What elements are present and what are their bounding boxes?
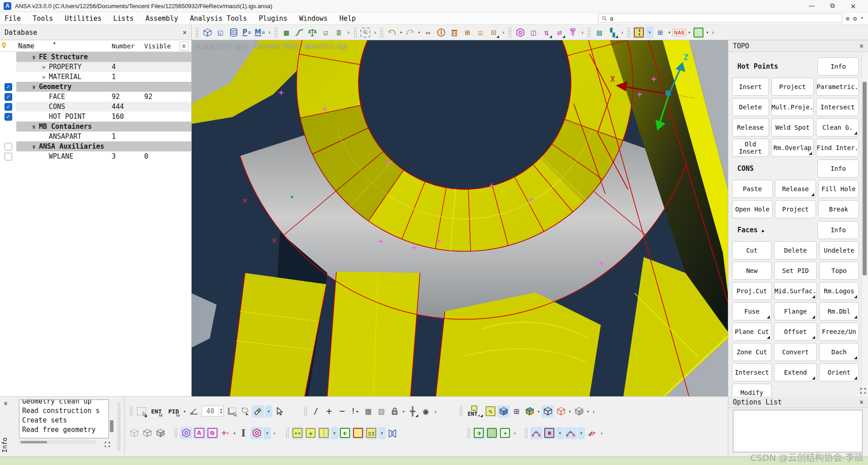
entity-manager-icon[interactable]: [201, 26, 213, 38]
menu-plugins[interactable]: Plugins: [259, 14, 287, 23]
menu-analysis-tools[interactable]: Analysis Tools: [190, 14, 247, 23]
chevron-icon[interactable]: ∨: [29, 123, 39, 130]
redo-dropdown-caret[interactable]: ▾: [416, 30, 421, 35]
table-row[interactable]: >PROPERTY4: [0, 62, 191, 72]
restore-button[interactable]: ⧉: [830, 2, 835, 10]
curve-points-icon[interactable]: [530, 427, 542, 439]
info-hscroll-thumb[interactable]: [21, 441, 47, 443]
center-point-caret[interactable]: ▾: [557, 427, 564, 439]
script-log-icon[interactable]: ≣: [333, 26, 345, 38]
toolbar-more-icon[interactable]: ›: [434, 408, 437, 415]
slash-mode-icon[interactable]: /: [310, 405, 322, 418]
draw-style-edit-icon[interactable]: ✎: [484, 405, 496, 418]
select-pid-icon[interactable]: PID: [165, 405, 182, 418]
angle-input[interactable]: [202, 407, 218, 415]
toolbar-more-icon[interactable]: ›: [268, 29, 271, 36]
arc-caret[interactable]: ▾: [578, 427, 585, 439]
hexnut-caret[interactable]: ▾: [264, 427, 271, 439]
delete-icon[interactable]: [448, 26, 460, 38]
topo-button-zone-cut[interactable]: Zone Cut: [732, 343, 772, 361]
topo-button-dach[interactable]: Dach: [819, 343, 859, 361]
toolbar-grip[interactable]: [286, 427, 289, 438]
corner-points-box-icon[interactable]: ∘∘: [292, 427, 304, 439]
function-curve-icon[interactable]: [293, 26, 306, 38]
topo-button-open-hole[interactable]: Open Hole: [732, 200, 773, 218]
toolbar-grip[interactable]: [508, 27, 512, 38]
panel-expand-icon[interactable]: [859, 387, 867, 395]
topo-button-parametric[interactable]: Parametric.: [816, 78, 859, 96]
info-list-box[interactable]: Geometry clean upRead construction sCrea…: [19, 399, 109, 438]
nas-format-icon[interactable]: NAS: [672, 26, 686, 38]
row-checkbox[interactable]: ✓: [5, 93, 12, 101]
cube-solid-icon[interactable]: [154, 427, 166, 439]
column-number[interactable]: Number: [112, 42, 144, 50]
split-box-caret[interactable]: ▾: [331, 427, 338, 439]
plus-points-icon[interactable]: ++: [219, 427, 231, 439]
split-box-icon[interactable]: ⏐: [318, 427, 330, 439]
toolbar-grip[interactable]: [304, 406, 307, 417]
topo-button-intersect[interactable]: Intersect: [816, 98, 859, 116]
spinner-buttons[interactable]: ▲▼: [218, 407, 223, 415]
property-list-icon[interactable]: P≡: [241, 26, 253, 38]
toolbar-more-icon[interactable]: ›: [273, 430, 276, 437]
toolbar-grip[interactable]: [524, 427, 528, 438]
red-wireframe-icon[interactable]: [555, 405, 567, 418]
chevron-icon[interactable]: ∨: [29, 143, 39, 150]
topo-button-flange[interactable]: Flange: [774, 302, 817, 320]
chevron-icon[interactable]: ∨: [29, 84, 39, 90]
compress-icon[interactable]: ⇅: [540, 26, 552, 38]
undo-icon[interactable]: [386, 26, 398, 38]
info-button[interactable]: Info: [817, 57, 859, 75]
checklist-icon[interactable]: ☑: [320, 26, 332, 38]
close-button[interactable]: ×: [850, 2, 856, 10]
toolbar-more-icon[interactable]: ›: [580, 29, 584, 36]
menu-utilities[interactable]: Utilities: [65, 14, 101, 23]
shaded-view-icon[interactable]: [497, 405, 509, 418]
table-row[interactable]: WPLANE30: [0, 151, 191, 161]
info-panel-grip[interactable]: [117, 402, 121, 451]
gear-icon[interactable]: ⚙: [853, 15, 857, 22]
row-checkbox[interactable]: [5, 153, 12, 160]
topo-button-extend[interactable]: Extend: [774, 363, 817, 381]
info-button[interactable]: Info: [817, 160, 859, 178]
cross-squares-icon[interactable]: ╋: [406, 405, 419, 418]
table-row[interactable]: ANSAPART1: [0, 132, 191, 141]
topo-button-offset[interactable]: Offset: [774, 323, 817, 341]
table-stack-icon[interactable]: ▦: [280, 26, 292, 38]
angle-spinbox[interactable]: ▲▼: [202, 406, 224, 417]
redo-icon[interactable]: [404, 26, 416, 38]
menu-tools[interactable]: Tools: [33, 14, 53, 23]
solid-green-box-icon[interactable]: [486, 427, 498, 439]
corner-select-icon[interactable]: [226, 405, 238, 418]
toolbar-more-icon[interactable]: ›: [373, 29, 377, 36]
3d-viewport[interactable]: 0:maozi(1).igs, Current Part: maozi(1).i…: [192, 40, 728, 396]
table-row[interactable]: >MATERIAL1: [0, 72, 191, 82]
grid-partial-icon[interactable]: ▨: [375, 405, 387, 418]
results-cube-caret[interactable]: ▾: [536, 409, 541, 414]
info-close-icon[interactable]: ×: [4, 399, 8, 408]
lock-view-icon[interactable]: [388, 405, 401, 418]
row-checkbox[interactable]: ✓: [5, 83, 12, 91]
search-input[interactable]: [610, 15, 839, 22]
entity-pins-cube-icon[interactable]: [573, 405, 585, 418]
topo-button-insert[interactable]: Insert: [732, 78, 769, 96]
topo-button-project[interactable]: Project: [771, 78, 814, 96]
draw-ent-icon[interactable]: ENT,: [465, 405, 483, 418]
table-row[interactable]: ∨MB Containers: [0, 122, 191, 132]
toolbar-grip[interactable]: [459, 406, 463, 417]
toolbar-grip[interactable]: [195, 27, 199, 38]
parts-blocks-icon[interactable]: ◱: [214, 26, 226, 38]
table-row[interactable]: ∨FE Structure: [0, 52, 191, 62]
cube-open-icon[interactable]: [141, 427, 153, 439]
topo-button-cut[interactable]: Cut: [732, 241, 772, 259]
menu-assembly[interactable]: Assembly: [146, 14, 178, 23]
topo-button-old-insert[interactable]: Old Insert: [732, 139, 769, 157]
frame-face-icon[interactable]: ◫: [527, 26, 539, 38]
undo-dropdown-caret[interactable]: ▾: [398, 30, 403, 35]
topo-button-proj-cut[interactable]: Proj.Cut: [732, 282, 772, 300]
topo-button-find-inter[interactable]: Find Inter.: [816, 139, 859, 157]
topo-button-delete[interactable]: Delete: [774, 241, 817, 259]
hexa-wire-icon[interactable]: [180, 427, 192, 439]
row-checkbox[interactable]: [5, 143, 12, 150]
chevron-icon[interactable]: >: [39, 64, 49, 70]
